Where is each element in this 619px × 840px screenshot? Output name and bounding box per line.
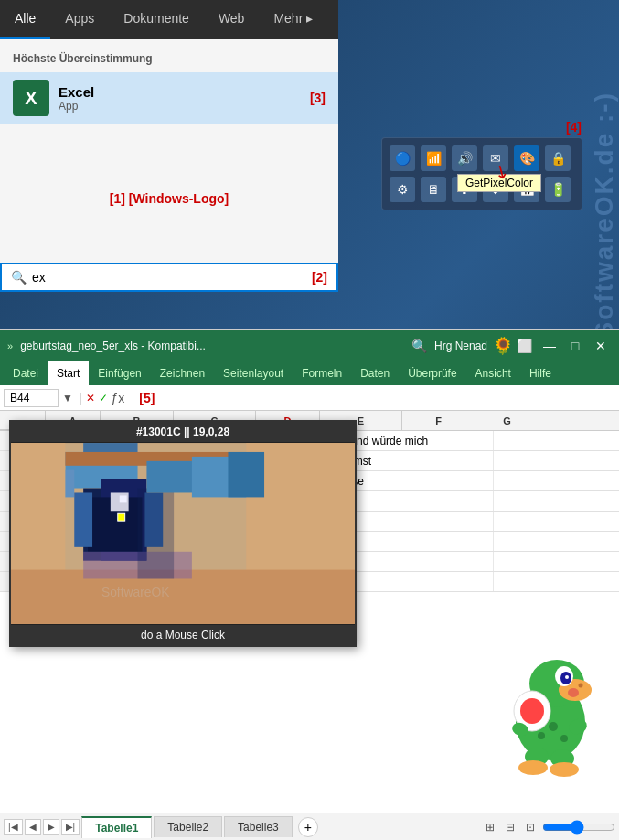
function-icon[interactable]: ƒx: [112, 391, 125, 405]
svg-point-6: [579, 684, 583, 688]
excel-filename: geburtstag_neo_5er_xls - Kompatibi...: [20, 339, 411, 352]
sheet-nav-prev[interactable]: ◀: [25, 819, 41, 835]
restore-icon[interactable]: ⬜: [513, 335, 535, 357]
svg-text:SoftwareOK: SoftwareOK: [101, 585, 170, 599]
sheet-tab-3[interactable]: Tabelle3: [224, 816, 293, 837]
nav-web[interactable]: Web: [204, 0, 260, 39]
search-bar: 🔍 [2]: [0, 263, 338, 292]
windows-logo-annotation: [1] [Windows-Logo]: [110, 191, 229, 206]
window-controls: ⬜ — □ ✕: [513, 335, 612, 357]
excel-icon: X: [13, 80, 49, 116]
pixelcolor-popup[interactable]: #13001C || 19,0,28: [9, 420, 357, 647]
menu-empty: [1] [Windows-Logo]: [0, 135, 338, 263]
search-input[interactable]: [32, 270, 303, 285]
tab-einfuegen[interactable]: Einfügen: [89, 361, 150, 385]
zoom-slider[interactable]: [542, 820, 615, 835]
cancel-formula-icon[interactable]: ✕: [86, 392, 95, 404]
sheet-nav-first[interactable]: |◀: [4, 819, 23, 835]
tab-datei[interactable]: Datei: [4, 361, 48, 385]
tab-ueberpruefe[interactable]: Überprüfe: [399, 361, 465, 385]
start-nav: Alle Apps Dokumente Web Mehr ▸: [0, 0, 338, 39]
search-icon-excel[interactable]: 🔍: [411, 339, 427, 353]
cell-ref-dropdown[interactable]: ▼: [62, 392, 73, 404]
view-layout-icon[interactable]: ⊟: [502, 819, 518, 835]
svg-rect-29: [118, 513, 125, 521]
tab-formeln[interactable]: Formeln: [293, 361, 351, 385]
username-label: Hrg Nenad: [434, 339, 487, 352]
excel-nav-arrow[interactable]: »: [7, 340, 13, 351]
ribbon-tabs: Datei Start Einfügen Zeichnen Seitenlayo…: [0, 361, 619, 385]
svg-point-5: [565, 675, 569, 679]
tray-icon-security[interactable]: 🔒: [545, 145, 571, 171]
svg-point-14: [518, 760, 548, 775]
sunflower-icon: 🌻: [493, 336, 513, 356]
tab-zeichnen[interactable]: Zeichnen: [151, 361, 214, 385]
annotation-4: [4]: [566, 120, 582, 135]
excel-result[interactable]: X Excel App [3]: [0, 72, 338, 124]
pixelcolor-footer[interactable]: do a Mouse Click: [11, 625, 355, 645]
cell-ref-box[interactable]: B44: [4, 389, 59, 407]
svg-point-7: [568, 688, 579, 697]
svg-rect-30: [74, 492, 92, 546]
view-break-icon[interactable]: ⊡: [522, 819, 539, 835]
excel-titlebar: » geburtstag_neo_5er_xls - Kompatibi... …: [0, 330, 619, 361]
svg-point-18: [538, 732, 545, 739]
sheet-view-controls: ⊞ ⊟ ⊡: [482, 819, 539, 835]
svg-point-16: [549, 722, 558, 731]
minimize-icon[interactable]: —: [539, 335, 560, 357]
nav-dokumente[interactable]: Dokumente: [109, 0, 204, 39]
nav-apps[interactable]: Apps: [50, 0, 109, 39]
tab-seitenlayout[interactable]: Seitenlayout: [214, 361, 293, 385]
tray-icon-sound[interactable]: 🔊: [452, 145, 477, 171]
result-type: App: [59, 100, 301, 113]
col-header-f[interactable]: F: [402, 411, 475, 430]
svg-rect-40: [228, 452, 264, 497]
svg-rect-28: [120, 495, 127, 502]
sheet-tabs: |◀ ◀ ▶ ▶| Tabelle1 Tabelle2 Tabelle3 + ⊞…: [0, 813, 619, 840]
pixelcolor-canvas: SoftwareOK: [11, 442, 355, 625]
result-annotation-3: [3]: [310, 91, 326, 105]
excel-window: » geburtstag_neo_5er_xls - Kompatibi... …: [0, 329, 619, 840]
tray-icon-settings[interactable]: ⚙: [390, 177, 415, 202]
tab-ansicht[interactable]: Ansicht: [466, 361, 520, 385]
close-icon[interactable]: ✕: [590, 335, 612, 357]
sheet-tab-1[interactable]: Tabelle1: [81, 816, 152, 838]
sheet-nav-last[interactable]: ▶|: [61, 819, 80, 835]
tray-icon-wifi[interactable]: 📶: [421, 145, 446, 171]
search-annotation-2: [2]: [312, 270, 327, 285]
svg-point-9: [520, 698, 544, 724]
add-sheet-button[interactable]: +: [298, 817, 318, 837]
svg-point-17: [560, 735, 568, 742]
tab-start[interactable]: Start: [48, 361, 89, 385]
pixelcolor-title: #13001C || 19,0,28: [11, 422, 355, 442]
nav-mehr[interactable]: Mehr ▸: [259, 0, 327, 39]
search-results: Höchste Übereinstimmung X Excel App [3]: [0, 39, 338, 135]
result-info: Excel App: [59, 84, 301, 113]
search-icon: 🔍: [11, 270, 27, 285]
yoshi-character: [491, 630, 610, 781]
formula-bar: B44 ▼ | ✕ ✓ ƒx [5]: [0, 385, 619, 411]
view-normal-icon[interactable]: ⊞: [482, 819, 498, 835]
tray-icon-getpixel[interactable]: 🎨: [514, 145, 539, 171]
start-menu: Alle Apps Dokumente Web Mehr ▸ Höchste Ü…: [0, 0, 338, 292]
tray-icon-bluetooth[interactable]: 🔵: [390, 145, 415, 171]
svg-point-15: [550, 762, 579, 777]
maximize-icon[interactable]: □: [564, 335, 586, 357]
svg-rect-37: [138, 489, 175, 579]
formula-annotation-5: [5]: [139, 391, 155, 405]
result-name: Excel: [59, 84, 301, 100]
tab-hilfe[interactable]: Hilfe: [520, 361, 560, 385]
confirm-formula-icon[interactable]: ✓: [99, 392, 108, 404]
tray-icon-battery[interactable]: 🔋: [545, 177, 571, 202]
tray-icon-display[interactable]: 🖥: [421, 177, 446, 202]
tab-daten[interactable]: Daten: [351, 361, 399, 385]
formula-divider: |: [79, 391, 82, 405]
results-header: Höchste Übereinstimmung: [0, 48, 338, 72]
col-header-g[interactable]: G: [475, 411, 539, 430]
excel-icon-letter: X: [25, 88, 37, 109]
nav-alle[interactable]: Alle: [0, 0, 50, 39]
sheet-nav-next[interactable]: ▶: [43, 819, 59, 835]
sheet-tab-2[interactable]: Tabelle2: [154, 816, 222, 837]
svg-rect-36: [83, 552, 192, 579]
spreadsheet: A B C D E F G 21 h ein und würde mich u …: [0, 411, 619, 813]
